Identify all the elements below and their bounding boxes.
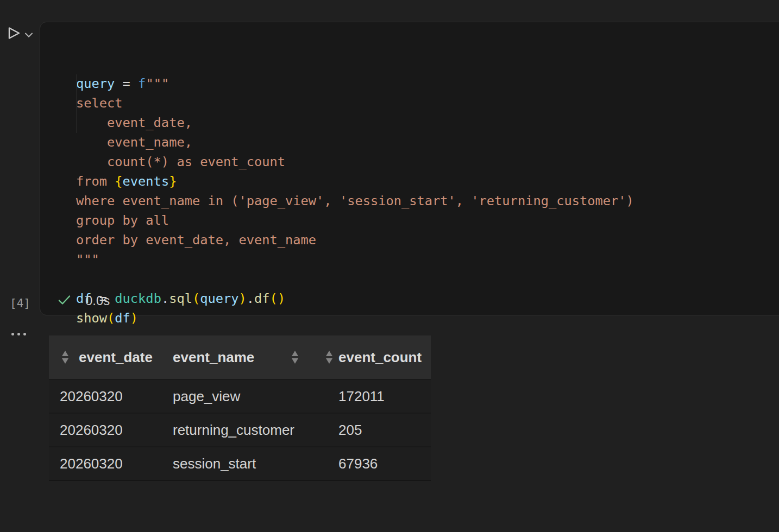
- table-row: 20260320page_view172011: [49, 379, 431, 413]
- code-token[interactable]: count(*) as event_count: [76, 154, 285, 169]
- column-header-label: event_count: [338, 349, 422, 366]
- code-token[interactable]: (: [192, 291, 200, 306]
- code-token[interactable]: f: [138, 76, 146, 91]
- dataframe-table: event_dateevent_nameevent_count 20260320…: [49, 335, 431, 481]
- code-token[interactable]: ): [239, 291, 247, 306]
- code-line[interactable]: order by event_date, event_name: [76, 230, 779, 250]
- code-token[interactable]: query: [76, 76, 115, 91]
- code-line[interactable]: query = f""": [76, 74, 779, 93]
- more-actions-icon[interactable]: [11, 333, 26, 335]
- table-cell: 172011: [317, 380, 431, 413]
- column-header-event_name[interactable]: event_name: [162, 335, 317, 379]
- code-token[interactable]: [130, 76, 138, 91]
- code-token[interactable]: df: [254, 291, 270, 306]
- table-body: 20260320page_view17201120260320returning…: [49, 379, 431, 481]
- code-token[interactable]: .: [161, 291, 169, 306]
- code-token[interactable]: .: [247, 291, 254, 306]
- code-token[interactable]: =: [123, 76, 130, 91]
- sort-icon[interactable]: [61, 351, 68, 364]
- run-options-chevron-icon[interactable]: [24, 30, 33, 36]
- code-line[interactable]: event_date,: [76, 113, 779, 132]
- code-token[interactable]: select: [76, 96, 123, 111]
- run-cell-button[interactable]: [7, 25, 22, 41]
- table-cell: 20260320: [49, 447, 162, 480]
- code-line[interactable]: show(df): [76, 308, 779, 328]
- table-cell: 20260320: [49, 380, 162, 413]
- table-cell: returning_customer: [162, 414, 317, 446]
- code-line[interactable]: df = duckdb.sql(query).df(): [76, 289, 779, 308]
- code-token[interactable]: }: [169, 174, 177, 189]
- code-line[interactable]: group by all: [76, 211, 779, 230]
- code-token[interactable]: group by all: [76, 213, 169, 228]
- code-token[interactable]: {: [115, 174, 122, 189]
- table-cell: 20260320: [49, 414, 162, 446]
- column-header-event_date[interactable]: event_date: [49, 335, 162, 379]
- code-token[interactable]: ): [130, 311, 138, 326]
- table-header: event_dateevent_nameevent_count: [49, 335, 431, 379]
- execution-count: [4]: [10, 297, 30, 310]
- code-token[interactable]: df: [115, 311, 130, 326]
- code-token[interactable]: """: [146, 76, 169, 91]
- table-cell: page_view: [162, 380, 317, 413]
- sort-icon[interactable]: [325, 351, 332, 364]
- code-token[interactable]: show: [76, 311, 107, 326]
- play-icon: [7, 34, 22, 43]
- column-header-label: event_date: [79, 349, 153, 366]
- execution-time: 0.0s: [85, 293, 110, 308]
- code-token[interactable]: ): [278, 291, 285, 306]
- code-line[interactable]: """: [76, 250, 779, 269]
- code-line[interactable]: [76, 269, 779, 289]
- code-line[interactable]: from {events}: [76, 172, 779, 191]
- notebook-cell: query = f"""select event_date, event_nam…: [40, 22, 779, 315]
- code-token[interactable]: event_name,: [76, 135, 192, 150]
- code-lines: query = f"""select event_date, event_nam…: [76, 74, 779, 328]
- code-token[interactable]: from: [76, 174, 115, 189]
- cell-status-bar: 0.0s: [58, 293, 110, 308]
- code-token[interactable]: sql: [169, 291, 192, 306]
- code-token[interactable]: [115, 76, 122, 91]
- sort-icon[interactable]: [291, 351, 298, 364]
- code-line[interactable]: event_name,: [76, 132, 779, 152]
- table-cell: 205: [317, 414, 431, 446]
- code-line[interactable]: select: [76, 93, 779, 113]
- code-line[interactable]: count(*) as event_count: [76, 152, 779, 172]
- code-line[interactable]: where event_name in ('page_view', 'sessi…: [76, 191, 779, 211]
- code-token[interactable]: """: [76, 252, 99, 267]
- success-check-icon: [58, 295, 71, 307]
- code-token[interactable]: where event_name in ('page_view', 'sessi…: [76, 193, 634, 208]
- code-token[interactable]: duckdb: [115, 291, 161, 306]
- code-token[interactable]: order by event_date, event_name: [76, 232, 316, 248]
- code-token[interactable]: query: [200, 291, 238, 306]
- table-cell: session_start: [162, 447, 317, 480]
- code-token[interactable]: (: [270, 291, 278, 306]
- code-token[interactable]: event_date,: [76, 115, 192, 130]
- column-header-event_count[interactable]: event_count: [317, 335, 431, 379]
- table-row: 20260320session_start67936: [49, 446, 431, 480]
- table-row: 20260320returning_customer205: [49, 413, 431, 446]
- code-token[interactable]: (: [107, 311, 115, 326]
- indent-guide: [77, 74, 77, 133]
- column-header-label: event_name: [173, 349, 254, 366]
- cell-editor[interactable]: query = f"""select event_date, event_nam…: [40, 22, 779, 367]
- table-cell: 67936: [317, 447, 431, 480]
- code-token[interactable]: events: [123, 174, 169, 189]
